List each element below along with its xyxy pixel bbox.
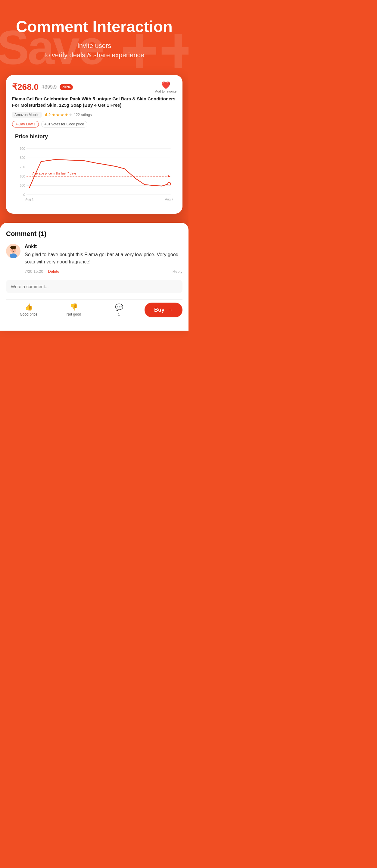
comment-input[interactable]	[6, 280, 182, 293]
original-price: ₹399.9	[41, 84, 57, 90]
thumbs-down-icon: 👎	[70, 303, 78, 311]
buy-label: Buy	[154, 307, 164, 313]
svg-point-20	[10, 246, 16, 249]
price-chart-svg: 900 800 700 600 500 0 Average price in t…	[15, 144, 173, 205]
rating-number: 4.2	[45, 113, 50, 117]
avatar	[6, 244, 21, 258]
page-subtitle: Invite users to verify deals & share exp…	[12, 41, 176, 60]
svg-text:800: 800	[20, 156, 25, 159]
stars: ★ ★ ★ ★ ★	[52, 113, 73, 117]
svg-point-15	[168, 182, 171, 185]
bottom-bar: 👍 Good price 👎 Not good 💬 1 Buy →	[6, 299, 182, 323]
price-row: ₹268.0 ₹399.9 -90% ❤️ Add to favorite	[12, 81, 176, 93]
star-1: ★	[52, 113, 56, 117]
svg-text:Aug 7: Aug 7	[165, 197, 173, 201]
good-price-action[interactable]: 👍 Good price	[6, 303, 51, 316]
rating-count: 122 ratings	[74, 113, 92, 117]
comment-text: So glad to have bought this Fiama gel ba…	[25, 251, 182, 266]
svg-text:0: 0	[24, 193, 25, 196]
comment-body: Ankit So glad to have bought this Fiama …	[25, 244, 182, 274]
svg-text:Average price in the last 7 da: Average price in the last 7 days	[32, 172, 76, 175]
header-section: Save ++ Comment Interaction Invite users…	[0, 0, 188, 69]
discount-badge: -90%	[60, 84, 73, 90]
product-title: Fiama Gel Ber Celebration Pack With 5 un…	[12, 96, 176, 108]
rating-section: 4.2 ★ ★ ★ ★ ★ 122 ratings	[45, 113, 92, 117]
comment-section-title: Comment (1)	[6, 230, 182, 238]
tag-low-price: 7-Day Low ↓	[12, 121, 39, 127]
comment-time: 7/20 15:20	[25, 269, 43, 274]
svg-point-22	[12, 249, 13, 250]
chart-container: 900 800 700 600 500 0 Average price in t…	[15, 144, 173, 205]
seller-badge: Amazon Mobile	[12, 112, 42, 118]
svg-point-23	[14, 249, 15, 250]
svg-text:600: 600	[20, 174, 25, 178]
heart-icon: ❤️	[161, 81, 170, 90]
comment-footer: 7/20 15:20 Delete Reply	[25, 269, 182, 274]
comment-item: Ankit So glad to have bought this Fiama …	[6, 244, 182, 274]
favorite-button[interactable]: ❤️ Add to favorite	[155, 81, 176, 93]
page-title: Comment Interaction	[12, 18, 176, 35]
buy-button[interactable]: Buy →	[144, 303, 182, 317]
delete-button[interactable]: Delete	[48, 269, 59, 274]
star-4: ★	[64, 113, 68, 117]
svg-text:500: 500	[20, 184, 25, 187]
good-price-label: Good price	[20, 312, 38, 316]
reply-button[interactable]: Reply	[173, 269, 182, 274]
not-good-action[interactable]: 👎 Not good	[51, 303, 96, 316]
product-card: ₹268.0 ₹399.9 -90% ❤️ Add to favorite Fi…	[6, 75, 182, 214]
thumbs-up-icon: 👍	[25, 303, 33, 311]
comment-action[interactable]: 💬 1	[96, 304, 141, 316]
svg-text:700: 700	[20, 165, 25, 169]
favorite-label: Add to favorite	[155, 90, 176, 93]
comment-count: 1	[118, 313, 120, 316]
chart-section: Price history 900 800 700 600 500 0 Aver	[12, 127, 176, 208]
star-5: ★	[69, 113, 73, 117]
star-3: ★	[60, 113, 64, 117]
not-good-label: Not good	[67, 312, 81, 316]
commenter-name: Ankit	[25, 244, 182, 249]
arrow-right-icon: →	[167, 307, 173, 313]
svg-text:Aug 1: Aug 1	[25, 197, 34, 201]
chart-title: Price history	[15, 133, 173, 140]
tag-votes: 431 votes for Good price	[41, 121, 87, 127]
current-price: ₹268.0	[12, 82, 39, 92]
svg-marker-14	[168, 175, 171, 178]
comment-icon: 💬	[115, 304, 123, 311]
meta-row: Amazon Mobile 4.2 ★ ★ ★ ★ ★ 122 ratings	[12, 112, 176, 118]
tags-row: 7-Day Low ↓ 431 votes for Good price	[12, 121, 176, 127]
svg-point-21	[10, 253, 17, 258]
comment-card: Comment (1) Ankit So glad to have bought	[0, 223, 188, 331]
svg-text:900: 900	[20, 147, 25, 150]
star-2: ★	[56, 113, 60, 117]
